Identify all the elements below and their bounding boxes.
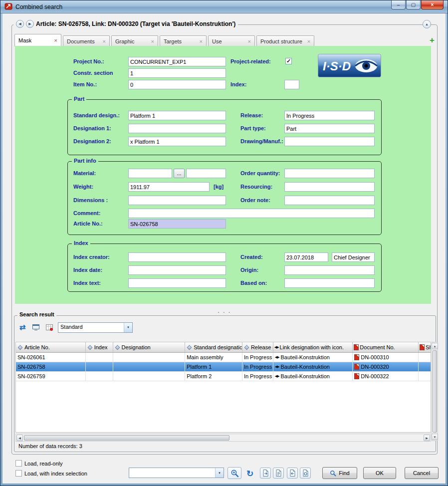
document-button-1[interactable] bbox=[260, 468, 271, 479]
index-creator-input[interactable] bbox=[128, 252, 226, 262]
collapse-button[interactable]: ▲ bbox=[423, 20, 431, 28]
load-index-selection-checkbox[interactable] bbox=[15, 470, 22, 477]
project-no-input[interactable] bbox=[128, 57, 226, 66]
scroll-left-icon[interactable]: ◀ bbox=[16, 435, 23, 441]
chevron-down-icon[interactable]: ▼ bbox=[124, 323, 132, 332]
add-tab-icon[interactable]: + bbox=[430, 36, 435, 44]
close-tab-icon[interactable]: × bbox=[54, 37, 57, 43]
column-designation[interactable]: Designation bbox=[113, 342, 186, 352]
tab-product-structure[interactable]: Product structure × bbox=[256, 35, 314, 46]
material-input-2[interactable] bbox=[186, 169, 226, 178]
ok-button[interactable]: OK bbox=[363, 467, 396, 479]
refresh-results-button[interactable]: ⇄ bbox=[17, 322, 27, 332]
column-index[interactable]: Index bbox=[86, 342, 113, 352]
tab-targets[interactable]: Targets × bbox=[160, 35, 207, 46]
horizontal-scrollbar[interactable]: ◀ ▶ bbox=[15, 434, 431, 442]
order-quantity-label: Order quantity: bbox=[240, 170, 280, 176]
cancel-button-label: Cancel bbox=[413, 470, 430, 476]
close-button[interactable]: × bbox=[421, 0, 444, 9]
vertical-scrollbar[interactable]: ▲ ▼ bbox=[432, 342, 438, 441]
sort-icon bbox=[115, 345, 120, 350]
splitter-handle[interactable]: · · · bbox=[12, 309, 437, 315]
close-tab-icon[interactable]: × bbox=[200, 38, 203, 44]
drawing-manuf-input[interactable] bbox=[284, 137, 375, 146]
column-sheet[interactable]: Shi bbox=[419, 342, 431, 352]
minimize-button[interactable]: – bbox=[391, 0, 406, 9]
table-row-selected[interactable]: SN-026758 Platform 1 In Progress ◀▶Baute… bbox=[16, 362, 431, 372]
index-date-label: Index date: bbox=[73, 267, 102, 273]
close-tab-icon[interactable]: × bbox=[151, 38, 154, 44]
close-tab-icon[interactable]: × bbox=[307, 38, 310, 44]
tab-label: Use bbox=[212, 38, 222, 44]
column-label: Link designation with icon. bbox=[280, 344, 344, 350]
constr-section-input[interactable] bbox=[128, 68, 226, 78]
tab-documents[interactable]: Documents × bbox=[63, 35, 110, 46]
tab-use[interactable]: Use × bbox=[208, 35, 255, 46]
order-note-input[interactable] bbox=[284, 196, 375, 205]
scroll-down-icon[interactable]: ▼ bbox=[432, 434, 438, 440]
project-related-label: Project-related: bbox=[230, 58, 271, 64]
order-quantity-input[interactable] bbox=[284, 169, 375, 178]
dimensions-input[interactable] bbox=[128, 196, 226, 205]
standard-design-input[interactable] bbox=[128, 111, 226, 120]
scroll-right-icon[interactable]: ▶ bbox=[424, 435, 430, 441]
material-browse-button[interactable]: ... bbox=[174, 169, 185, 178]
forward-button[interactable]: ▶ bbox=[26, 20, 34, 28]
resourcing-input[interactable] bbox=[284, 182, 375, 192]
find-button[interactable]: Find bbox=[322, 467, 357, 479]
tab-graphic[interactable]: Graphic × bbox=[111, 35, 158, 46]
cell-index bbox=[86, 362, 113, 371]
column-link-designation[interactable]: ◀▶Link designation with icon. bbox=[273, 342, 353, 352]
result-layout-combo[interactable]: Standard ▼ bbox=[58, 322, 133, 333]
created-date-input[interactable] bbox=[284, 252, 328, 262]
titlebar[interactable]: Combined search bbox=[0, 0, 448, 13]
origin-input[interactable] bbox=[284, 265, 375, 275]
refresh-button[interactable]: ↻ bbox=[246, 469, 253, 479]
column-standard-designation[interactable]: Standard designatic bbox=[185, 342, 242, 352]
maximize-button[interactable]: ▢ bbox=[406, 0, 421, 9]
close-tab-icon[interactable]: × bbox=[103, 38, 106, 44]
designation2-input[interactable] bbox=[128, 137, 226, 146]
weight-input[interactable] bbox=[128, 182, 210, 192]
designation1-input[interactable] bbox=[128, 124, 226, 133]
index-text-input[interactable] bbox=[128, 278, 226, 288]
document-button-3[interactable] bbox=[287, 468, 298, 479]
footer-combo[interactable]: ▼ bbox=[129, 468, 224, 478]
cell-sheet bbox=[419, 362, 431, 371]
index-input[interactable] bbox=[284, 80, 299, 89]
document-icon bbox=[420, 344, 425, 350]
document-button-4[interactable] bbox=[300, 468, 311, 479]
project-related-checkbox[interactable]: ✓ bbox=[285, 58, 292, 64]
column-document-no[interactable]: Document No. bbox=[353, 342, 419, 352]
created-by-input[interactable] bbox=[332, 252, 375, 262]
index-date-input[interactable] bbox=[128, 265, 226, 275]
export-results-button[interactable] bbox=[31, 322, 41, 332]
export-icon bbox=[32, 323, 40, 331]
search-options-button[interactable] bbox=[227, 467, 241, 479]
release-input[interactable] bbox=[284, 111, 375, 120]
material-input[interactable] bbox=[128, 169, 172, 178]
cancel-button[interactable]: Cancel bbox=[405, 467, 439, 479]
table-row[interactable]: SN-026061 Main assembly In Progress ◀▶Ba… bbox=[16, 353, 431, 362]
horizontal-scroll-thumb[interactable] bbox=[24, 435, 229, 441]
table-row[interactable]: SN-026759 Platform 2 In Progress ◀▶Baute… bbox=[16, 372, 431, 381]
load-readonly-checkbox[interactable] bbox=[15, 460, 22, 467]
scroll-up-icon[interactable]: ▲ bbox=[432, 343, 438, 349]
item-no-input[interactable] bbox=[128, 80, 226, 89]
column-article-no[interactable]: Article No. bbox=[16, 342, 86, 352]
chevron-down-icon[interactable]: ▼ bbox=[215, 468, 224, 478]
vertical-scroll-thumb[interactable] bbox=[433, 350, 437, 433]
document-icon bbox=[302, 469, 309, 477]
result-layout-value: Standard bbox=[58, 323, 124, 332]
comment-input[interactable] bbox=[128, 209, 375, 218]
tab-mask[interactable]: Mask × bbox=[14, 34, 61, 46]
based-on-input[interactable] bbox=[284, 278, 375, 288]
close-tab-icon[interactable]: × bbox=[248, 38, 251, 44]
report-button[interactable] bbox=[44, 322, 54, 332]
back-button[interactable]: ◀ bbox=[16, 20, 24, 28]
article-no-input[interactable] bbox=[128, 219, 226, 229]
cell-standard-designation: Main assembly bbox=[185, 353, 242, 362]
column-release-status[interactable]: Release s bbox=[242, 342, 273, 352]
document-button-2[interactable] bbox=[273, 468, 284, 479]
part-type-input[interactable] bbox=[284, 124, 375, 133]
